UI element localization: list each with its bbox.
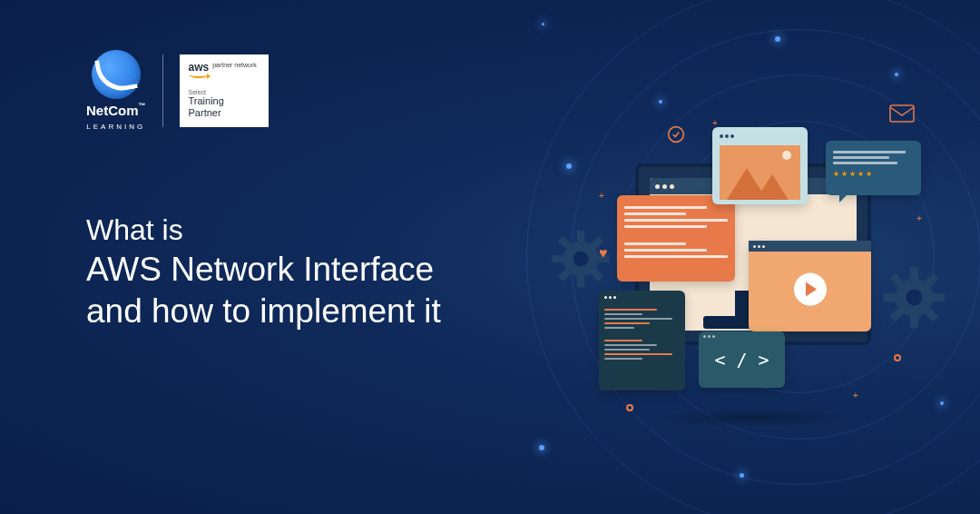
svg-rect-21	[890, 105, 914, 122]
svg-rect-11	[910, 267, 918, 280]
svg-rect-12	[910, 316, 918, 329]
aws-tier-label: Select	[189, 89, 260, 95]
svg-rect-13	[884, 293, 897, 301]
aws-smile-icon	[189, 71, 209, 78]
heart-icon: ♥	[599, 245, 608, 262]
aws-partner-text: partner network	[212, 62, 257, 69]
netcom-logo-subtitle: LEARNING	[86, 123, 145, 131]
gear-icon	[880, 263, 948, 335]
plus-icon: +	[916, 213, 922, 223]
code-tag-symbol: < / >	[714, 349, 769, 371]
chat-bubble: ★★★★★	[826, 141, 921, 195]
sparkle-dot	[940, 401, 944, 405]
shadow-ellipse	[653, 409, 853, 427]
code-tag-window: < / >	[699, 331, 785, 388]
aws-partner-badge: aws partner network Select Training Part…	[180, 54, 269, 127]
svg-point-19	[906, 290, 923, 306]
sparkle-dot	[659, 100, 662, 104]
page-title: What is AWS Network Interface and how to…	[86, 213, 441, 333]
netcom-logo-mark	[92, 50, 141, 99]
circle-icon	[626, 404, 633, 411]
image-window	[712, 127, 808, 204]
code-editor-window	[599, 291, 685, 390]
title-line-3: and how to implement it	[86, 291, 441, 332]
hero-illustration: ★★★★★ < / > + ♥ + + +	[572, 109, 935, 454]
header-logos: NetCom™ LEARNING aws partner network Sel…	[86, 50, 269, 131]
plus-icon: +	[853, 390, 858, 400]
svg-rect-1	[577, 231, 584, 242]
title-line-1: What is	[86, 213, 441, 247]
title-line-2: AWS Network Interface	[86, 249, 441, 291]
netcom-logo-text: NetCom™	[86, 103, 146, 118]
sparkle-dot	[539, 445, 544, 450]
text-window	[617, 195, 735, 282]
video-window	[749, 241, 871, 331]
svg-rect-14	[933, 293, 946, 301]
plus-icon: +	[712, 118, 718, 128]
svg-point-20	[669, 127, 684, 143]
sparkle-dot	[895, 73, 898, 76]
sparkle-dot	[542, 23, 544, 25]
sparkle-dot	[740, 473, 744, 478]
svg-rect-2	[577, 276, 584, 288]
play-icon	[794, 273, 827, 306]
star-rating: ★★★★★	[833, 170, 914, 178]
sparkle-dot	[775, 36, 780, 42]
svg-point-9	[573, 252, 589, 267]
svg-rect-3	[553, 255, 564, 262]
envelope-icon	[889, 104, 915, 128]
netcom-logo: NetCom™ LEARNING	[86, 50, 146, 131]
plus-icon: +	[599, 191, 604, 201]
checkmark-icon	[667, 125, 685, 147]
circle-icon	[894, 354, 901, 361]
logo-divider	[162, 54, 163, 127]
aws-role-label: Training Partner	[189, 95, 260, 119]
